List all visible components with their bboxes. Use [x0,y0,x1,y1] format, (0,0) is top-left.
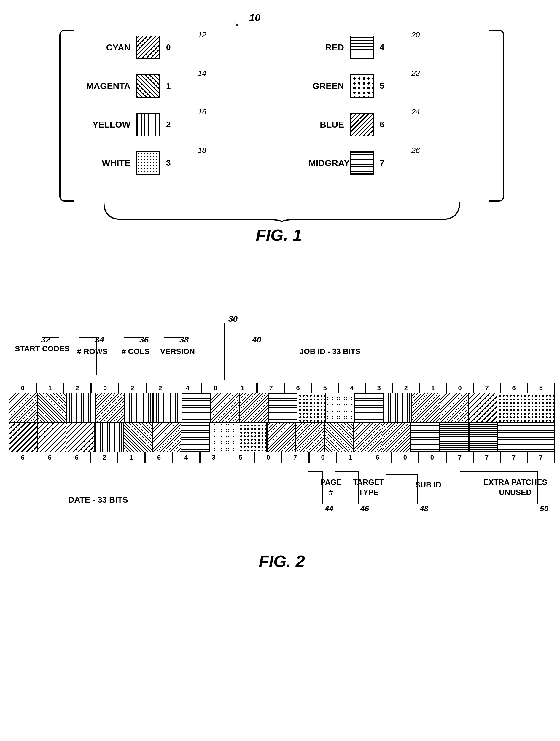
fig1-row-blue: BLUE 6 24 [308,113,384,136]
line-50-h [460,471,538,472]
label-date: DATE - 33 BITS [68,495,128,505]
fig1-bracket-left [59,30,74,202]
dn-14: 0 [392,453,419,463]
patch-blue [350,113,374,136]
bnum-c4: 4 [174,383,201,393]
annot-16: 16 [198,107,206,117]
p2-4 [124,423,153,452]
p1-3 [96,393,124,422]
dn-1: 6 [37,453,63,463]
dn-11: 0 [309,453,337,463]
label-yellow: YELLOW [83,120,130,130]
p1-7 [211,393,240,422]
p1-6 [182,393,211,422]
bnum-1: 1 [37,383,64,393]
label-magenta: MAGENTA [83,81,130,91]
p1-11 [326,393,355,422]
num-midgray: 7 [380,158,384,168]
annot-12: 12 [198,30,206,40]
annot-18: 18 [198,146,206,155]
p2-1 [38,423,66,452]
label-cyan: CYAN [83,43,130,53]
patch-magenta [136,74,160,98]
dn-12: 1 [337,453,364,463]
annot-14: 14 [198,69,206,78]
p2-8 [239,423,267,452]
p1-14 [412,393,440,422]
dn-6: 4 [173,453,200,463]
bottom-digit-row: 6 6 6 2 1 6 4 3 5 0 7 0 1 6 0 0 7 7 7 7 [9,453,555,463]
p2-14 [412,423,440,452]
dn-4: 1 [118,453,146,463]
p2-11 [324,423,354,452]
dn-9: 0 [255,453,282,463]
p1-9 [269,393,298,422]
line-version [182,337,182,376]
p2-15 [440,423,469,452]
ref-44: 44 [325,504,333,513]
line-cols [142,337,142,376]
p1-15 [440,393,469,422]
p1-2 [67,393,96,422]
fig1-left-col: CYAN 0 12 MAGENTA 1 14 YELLOW 2 16 WHITE… [83,36,171,175]
patch-row-1 [9,393,555,423]
label-rows: # ROWS [77,347,108,356]
bn-1a: 1 [420,383,447,393]
fig1-row-yellow: YELLOW 2 16 [83,113,171,136]
ref-40: 40 [252,335,261,345]
p1-18 [526,393,554,422]
group-rows: 0 2 [91,383,147,393]
p1-12 [355,393,383,422]
fig2-title: FIG. 2 [9,551,555,571]
label-blue: BLUE [308,120,344,130]
bn-7b: 7 [474,383,501,393]
bn-6b: 6 [501,383,528,393]
fig2-chart: 0 1 2 0 2 2 4 0 1 7 6 5 [9,383,555,463]
group-cols: 2 4 [147,383,202,393]
p1-13 [383,393,412,422]
fig1-right-col: RED 4 20 GREEN 5 22 BLUE 6 24 MIDGRAY 7 … [308,36,384,175]
line-44 [322,471,323,504]
label-job-id: JOB ID - 33 BITS [300,347,360,356]
line-cols-h [124,337,142,338]
num-magenta: 1 [166,81,171,91]
fig1-row-magenta: MAGENTA 1 14 [83,74,171,98]
dn-8: 5 [228,453,255,463]
group-jobid-top: 7 6 5 4 3 2 1 0 7 6 5 [257,383,554,393]
num-cyan: 0 [166,43,171,52]
p2-12 [354,423,383,452]
ref-50: 50 [540,504,548,513]
p2-10 [296,423,324,452]
label-red: RED [308,43,344,53]
line-start-codes-h [42,337,59,338]
bnum-c2: 2 [147,383,174,393]
label-midgray: MIDGRAY [308,158,344,168]
line-44-h [308,471,323,472]
bn-0a: 0 [447,383,474,393]
fig1-row-midgray: MIDGRAY 7 26 [308,151,384,175]
bn-5b: 5 [528,383,554,393]
label-version: VERSION [160,347,195,356]
fig2-diagram: 32 34 36 38 30 40 START CODES # ROWS # C… [9,311,555,571]
line-46 [358,471,359,504]
p2-18 [526,423,554,452]
p1-17 [497,393,526,422]
fig2-annotations: 32 34 36 38 30 40 START CODES # ROWS # C… [9,311,555,383]
ref-30: 30 [228,314,238,324]
group-version: 0 1 [202,383,257,393]
bn-3a: 3 [366,383,393,393]
dn-15: 0 [419,453,446,463]
fig1-row-red: RED 4 20 [308,36,384,59]
p1-5 [153,393,182,422]
line-rows-h [79,337,97,338]
line-rows [97,337,97,376]
label-target-type: TARGETTYPE [353,477,384,497]
patch-cyan [136,36,160,59]
annot-22: 22 [412,69,420,78]
p2-7 [210,423,239,452]
label-page: PAGE# [320,477,342,497]
bnum-r2: 2 [119,383,146,393]
label-white: WHITE [83,158,130,168]
p1-8 [240,393,269,422]
fig1-bottom-brace [74,202,489,222]
